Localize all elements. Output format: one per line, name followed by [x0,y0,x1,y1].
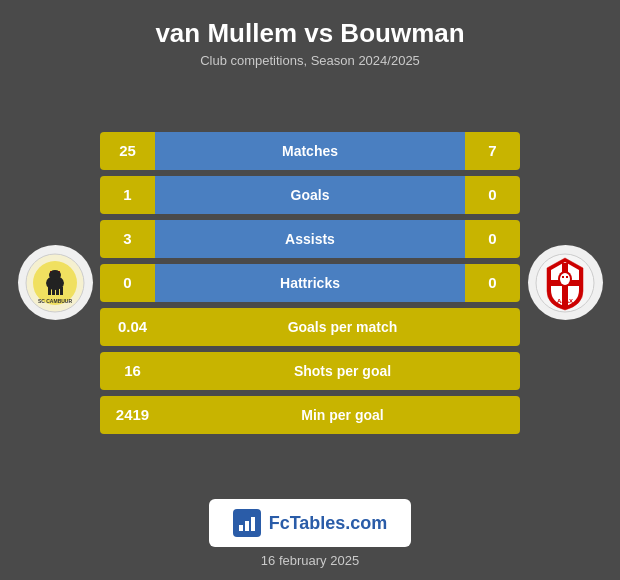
stat-left-value-hattricks: 0 [100,264,155,302]
svg-rect-21 [239,525,243,531]
stat-label-goals-per-match: Goals per match [165,308,520,346]
page-subtitle: Club competitions, Season 2024/2025 [20,53,600,68]
stat-row-goals: 1 Goals 0 [100,176,520,214]
page-title: van Mullem vs Bouwman [20,18,600,49]
svg-rect-8 [52,288,55,295]
main-content: SC CAMBUUR 25 Matches 7 1 Goals 0 3 [0,74,620,491]
stat-label-shots-per-goal: Shots per goal [165,352,520,390]
stat-left-value-goals: 1 [100,176,155,214]
svg-point-11 [49,270,61,280]
stat-bar-matches: 25 Matches 7 [100,132,520,170]
svg-rect-19 [566,276,568,278]
stat-label-hattricks: Hattricks [155,264,465,302]
left-team-circle: SC CAMBUUR [18,245,93,320]
fctables-text: FcTables.com [269,513,388,534]
stats-container: 25 Matches 7 1 Goals 0 3 Assists 0 [100,132,520,434]
left-team-logo: SC CAMBUUR [10,245,100,320]
right-team-logo: AJAX [520,245,610,320]
cambuur-svg: SC CAMBUUR [25,253,85,313]
svg-rect-22 [245,521,249,531]
stat-bar-min-per-goal: 2419 Min per goal [100,396,520,434]
stat-left-value-matches: 25 [100,132,155,170]
stat-label-assists: Assists [155,220,465,258]
stat-row-shots-per-goal: 16 Shots per goal [100,352,520,390]
right-team-circle: AJAX [528,245,603,320]
stat-row-assists: 3 Assists 0 [100,220,520,258]
stat-left-value-assists: 3 [100,220,155,258]
svg-point-17 [560,273,570,285]
svg-rect-7 [48,287,51,295]
stat-right-value-matches: 7 [465,132,520,170]
svg-text:AJAX: AJAX [557,298,573,304]
svg-rect-10 [60,287,63,295]
svg-text:SC CAMBUUR: SC CAMBUUR [38,298,73,304]
stat-row-hattricks: 0 Hattricks 0 [100,264,520,302]
stat-label-goals: Goals [155,176,465,214]
stat-right-value-goals: 0 [465,176,520,214]
fctables-banner: FcTables.com [209,499,412,547]
stat-right-value-assists: 0 [465,220,520,258]
stat-label-matches: Matches [155,132,465,170]
stat-bar-assists: 3 Assists 0 [100,220,520,258]
stat-left-value-min-per-goal: 2419 [100,396,165,434]
svg-rect-18 [562,276,564,278]
stat-right-value-hattricks: 0 [465,264,520,302]
stat-row-min-per-goal: 2419 Min per goal [100,396,520,434]
stat-row-matches: 25 Matches 7 [100,132,520,170]
header: van Mullem vs Bouwman Club competitions,… [0,0,620,74]
svg-rect-9 [56,288,59,295]
chart-icon [237,513,257,533]
stat-bar-goals-per-match: 0.04 Goals per match [100,308,520,346]
fctables-icon [233,509,261,537]
ajax-svg: AJAX [535,253,595,313]
footer-date: 16 february 2025 [261,553,359,568]
stat-left-value-shots-per-goal: 16 [100,352,165,390]
stat-bar-hattricks: 0 Hattricks 0 [100,264,520,302]
svg-rect-23 [251,517,255,531]
stat-row-goals-per-match: 0.04 Goals per match [100,308,520,346]
stat-left-value-goals-per-match: 0.04 [100,308,165,346]
stat-bar-goals: 1 Goals 0 [100,176,520,214]
stat-label-min-per-goal: Min per goal [165,396,520,434]
stat-bar-shots-per-goal: 16 Shots per goal [100,352,520,390]
